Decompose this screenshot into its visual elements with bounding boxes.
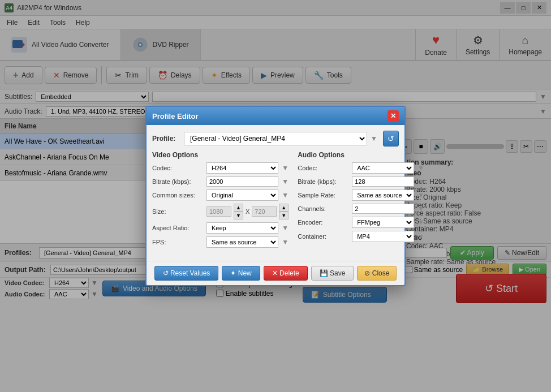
common-sizes-label: Common sizes: [152,192,203,199]
modal-container-dropdown[interactable]: ▼ [417,232,424,240]
channels-input[interactable] [352,204,414,214]
common-sizes-select[interactable]: Original [206,189,278,201]
profile-select[interactable]: [General - Video] General_MP4 [184,132,367,145]
new-profile-button[interactable]: ✦ New [222,266,260,281]
fps-dropdown[interactable]: ▼ [282,238,289,246]
modal-header: Profile Editor ✕ [147,107,404,125]
audio-options-section: Audio Options Codec: AAC ▼ Bitrate (kbps… [298,151,424,251]
sample-rate-select[interactable]: Same as source [352,189,414,201]
size-h-spinner: ▲ ▼ [279,204,289,219]
modal-body: Profile: [General - Video] General_MP4 ▼… [147,125,404,261]
size-height-input[interactable] [252,206,277,217]
common-sizes-dropdown[interactable]: ▼ [282,191,289,199]
common-sizes-row: Common sizes: Original ▼ [152,189,289,201]
sample-rate-row: Sample Rate: Same as source ▼ [298,189,424,201]
modal-title: Profile Editor [152,112,199,120]
channels-dropdown[interactable]: ▼ [417,205,424,213]
video-codec-row: Codec: H264 ▼ [152,162,289,174]
audio-bitrate-label: Bitrate (kbps): [298,178,348,185]
fps-select[interactable]: Same as source [206,236,278,248]
aspect-dropdown[interactable]: ▼ [282,224,289,232]
size-h-up[interactable]: ▲ [279,204,289,212]
modal-container-select[interactable]: MP4 [352,231,414,242]
video-options-section: Video Options Codec: H264 ▼ Bitrate (kbp… [152,151,289,251]
encoder-row: Encoder: FFMpeg ▼ [298,217,424,228]
video-bitrate-input[interactable] [206,176,278,187]
video-bitrate-label: Bitrate (kbps): [152,178,203,185]
profile-refresh-button[interactable]: ↺ [383,131,399,147]
size-h-down[interactable]: ▼ [279,212,289,219]
encoder-select[interactable]: FFMpeg [352,217,414,228]
profile-dropdown-icon[interactable]: ▼ [371,135,377,143]
size-w-spinner: ▲ ▼ [234,204,243,219]
delete-profile-button[interactable]: ✕ Delete [264,266,308,281]
sample-rate-label: Sample Rate: [298,192,348,199]
video-codec-select[interactable]: H264 [206,162,278,174]
reset-values-button[interactable]: ↺ Reset Values [154,266,219,281]
aspect-select[interactable]: Keep [206,222,278,234]
profile-label: Profile: [152,135,180,143]
audio-bitrate-dropdown[interactable]: ▼ [417,178,424,186]
channels-row: Channels: ▼ [298,204,424,214]
audio-codec-opt-row: Codec: AAC ▼ [298,162,424,174]
modal-container-row: Container: MP4 ▼ [298,231,424,242]
save-profile-button[interactable]: 💾 Save [311,266,354,281]
audio-options-title: Audio Options [298,151,424,159]
audio-bitrate-input[interactable] [352,176,414,187]
sample-rate-dropdown[interactable]: ▼ [417,191,424,199]
audio-codec-opt-select[interactable]: AAC [352,162,414,174]
size-x-separator: X [246,208,249,215]
encoder-label: Encoder: [298,219,348,226]
close-modal-button[interactable]: ⊘ Close [357,266,397,281]
size-w-up[interactable]: ▲ [234,204,243,212]
fps-row: FPS: Same as source ▼ [152,236,289,248]
modal-footer: ↺ Reset Values ✦ New ✕ Delete 💾 Save ⊘ C… [147,261,404,285]
video-codec-dropdown-icon[interactable]: ▼ [282,164,289,172]
aspect-row: Aspect Ratio: Keep ▼ [152,222,289,234]
size-label: Size: [152,208,203,215]
channels-label: Channels: [298,205,348,212]
aspect-label: Aspect Ratio: [152,225,203,231]
size-width-input[interactable] [206,206,231,217]
audio-bitrate-row: Bitrate (kbps): ▼ [298,176,424,187]
size-row: Size: ▲ ▼ X ▲ ▼ [152,204,289,219]
modal-container-label: Container: [298,233,348,240]
video-options-title: Video Options [152,151,289,159]
video-bitrate-dropdown[interactable]: ▼ [282,178,289,186]
options-grid: Video Options Codec: H264 ▼ Bitrate (kbp… [152,151,399,251]
modal-close-button[interactable]: ✕ [388,110,399,122]
video-codec-label: Codec: [152,165,203,171]
modal-overlay: Profile Editor ✕ Profile: [General - Vid… [0,0,551,392]
size-inputs: ▲ ▼ X ▲ ▼ [206,204,289,219]
profile-editor-modal: Profile Editor ✕ Profile: [General - Vid… [145,106,406,286]
size-w-down[interactable]: ▼ [234,212,243,219]
profile-row: Profile: [General - Video] General_MP4 ▼… [152,131,399,147]
video-bitrate-row: Bitrate (kbps): ▼ [152,176,289,187]
fps-label: FPS: [152,239,203,245]
encoder-dropdown[interactable]: ▼ [417,218,424,226]
audio-codec-opt-label: Codec: [298,165,348,171]
audio-codec-dropdown[interactable]: ▼ [417,164,424,172]
